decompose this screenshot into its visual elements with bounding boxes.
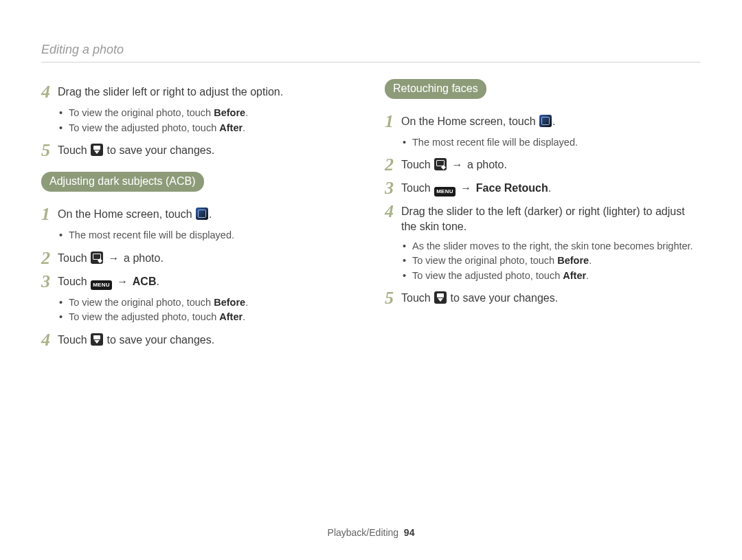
bullet-before: To view the original photo, touch Before… xyxy=(69,107,357,120)
acb-step-3: 3 Touch MENU → ACB. xyxy=(41,273,357,291)
edit-icon xyxy=(434,158,447,170)
bullet-after: To view the adjusted photo, touch After. xyxy=(69,311,357,324)
text: to save your changes. xyxy=(447,292,558,304)
step-text: Drag the slider to the left (darker) or … xyxy=(401,203,701,234)
save-icon xyxy=(91,333,103,346)
step-text: Touch to save your changes. xyxy=(401,289,701,306)
arrow-icon: → xyxy=(107,251,121,266)
step-text: Touch MENU → ACB. xyxy=(58,273,357,290)
step-number: 5 xyxy=(385,289,401,307)
text: . xyxy=(156,276,159,287)
bold: Face Retouch xyxy=(476,182,548,194)
step-number: 2 xyxy=(385,156,401,174)
step-5-save: 5 Touch to save your changes. xyxy=(41,142,357,159)
acb-step-3-bullets: To view the original photo, touch Before… xyxy=(41,296,357,324)
text: . xyxy=(245,297,248,308)
text: On the Home screen, touch xyxy=(58,208,195,220)
bullet-recent-file: The most recent file will be displayed. xyxy=(412,136,701,150)
footer-page-number: 94 xyxy=(404,527,415,538)
bold: Before xyxy=(214,107,245,118)
text: Touch xyxy=(58,276,90,287)
text: On the Home screen, touch xyxy=(401,115,539,127)
step-text: Touch to save your changes. xyxy=(58,331,357,348)
arrow-icon: → xyxy=(115,274,129,289)
retouch-step-4: 4 Drag the slider to the left (darker) o… xyxy=(385,203,701,234)
text: . xyxy=(548,182,551,194)
step-number: 1 xyxy=(41,205,58,223)
acb-step-2: 2 Touch → a photo. xyxy=(41,249,357,267)
text: to save your changes. xyxy=(104,144,214,156)
text: Touch xyxy=(58,144,90,156)
step-text: On the Home screen, touch . xyxy=(58,205,357,222)
manual-page: Editing a photo 4 Drag the slider left o… xyxy=(0,0,742,560)
text: Touch xyxy=(58,252,90,264)
arrow-icon: → xyxy=(459,181,473,196)
text: . xyxy=(209,208,212,220)
footer-section: Playback/Editing xyxy=(328,527,399,538)
step-number: 3 xyxy=(41,273,58,291)
retouch-step-3: 3 Touch MENU → Face Retouch. xyxy=(385,179,701,197)
bullet-brighter: As the slider moves to the right, the sk… xyxy=(412,240,701,254)
text: Touch xyxy=(401,292,434,304)
text: . xyxy=(586,270,589,281)
step-text: Drag the slider left or right to adjust … xyxy=(58,83,357,100)
text: To view the adjusted photo, touch xyxy=(412,270,563,281)
text: a photo. xyxy=(464,159,507,170)
step-4-adjust-slider: 4 Drag the slider left or right to adjus… xyxy=(41,83,357,101)
page-footer: Playback/Editing 94 xyxy=(0,526,742,539)
bold: After xyxy=(219,311,243,322)
step-number: 5 xyxy=(41,142,58,159)
bold: After xyxy=(563,270,586,281)
header-divider xyxy=(41,62,701,63)
step-text: Touch MENU → Face Retouch. xyxy=(401,179,701,197)
menu-icon: MENU xyxy=(91,280,112,290)
step-number: 3 xyxy=(385,179,401,197)
text: . xyxy=(589,255,592,266)
right-column: Retouching faces 1 On the Home screen, t… xyxy=(385,79,701,354)
retouch-step-4-bullets: As the slider moves to the right, the sk… xyxy=(385,240,701,283)
text: To view the original photo, touch xyxy=(69,297,214,308)
bullet-before: To view the original photo, touch Before… xyxy=(69,296,357,310)
bullet-after: To view the adjusted photo, touch After. xyxy=(69,122,357,135)
text: To view the adjusted photo, touch xyxy=(69,311,219,322)
text: . xyxy=(552,115,555,127)
text: . xyxy=(243,122,245,133)
retouch-step-1: 1 On the Home screen, touch . xyxy=(385,113,701,131)
save-icon xyxy=(91,144,103,156)
left-column: 4 Drag the slider left or right to adjus… xyxy=(41,79,357,354)
step-number: 4 xyxy=(41,331,58,349)
text: To view the original photo, touch xyxy=(69,107,214,118)
bold: Before xyxy=(214,297,245,308)
bullet-after: To view the adjusted photo, touch After. xyxy=(412,269,701,283)
acb-step-1-bullets: The most recent file will be displayed. xyxy=(41,229,357,243)
bullet-before: To view the original photo, touch Before… xyxy=(412,254,701,268)
text: to save your changes. xyxy=(104,334,214,346)
text: Touch xyxy=(401,159,434,170)
acb-step-1: 1 On the Home screen, touch . xyxy=(41,205,357,223)
bullet-recent-file: The most recent file will be displayed. xyxy=(69,229,357,243)
step-number: 4 xyxy=(385,203,401,221)
text: Touch xyxy=(58,334,90,346)
retouch-step-1-bullets: The most recent file will be displayed. xyxy=(385,136,701,150)
retouch-step-5: 5 Touch to save your changes. xyxy=(385,289,701,307)
text: Touch xyxy=(401,182,434,194)
bold: Before xyxy=(557,255,589,266)
menu-icon: MENU xyxy=(434,187,456,197)
step-number: 4 xyxy=(41,83,58,101)
retouch-step-2: 2 Touch → a photo. xyxy=(385,156,701,174)
text: . xyxy=(243,311,245,322)
step-text: Touch to save your changes. xyxy=(58,142,357,158)
gallery-icon xyxy=(196,208,208,220)
arrow-icon: → xyxy=(451,157,464,172)
page-header: Editing a photo xyxy=(41,41,701,58)
text: a photo. xyxy=(121,252,164,264)
section-pill-acb: Adjusting dark subjects (ACB) xyxy=(41,172,204,192)
step-text: Touch → a photo. xyxy=(58,249,357,266)
acb-step-4: 4 Touch to save your changes. xyxy=(41,331,357,349)
step-number: 1 xyxy=(385,113,401,131)
two-column-layout: 4 Drag the slider left or right to adjus… xyxy=(41,79,701,354)
step-text: Touch → a photo. xyxy=(401,156,701,172)
step-number: 2 xyxy=(41,249,58,267)
edit-icon xyxy=(91,251,103,264)
save-icon xyxy=(434,291,447,304)
